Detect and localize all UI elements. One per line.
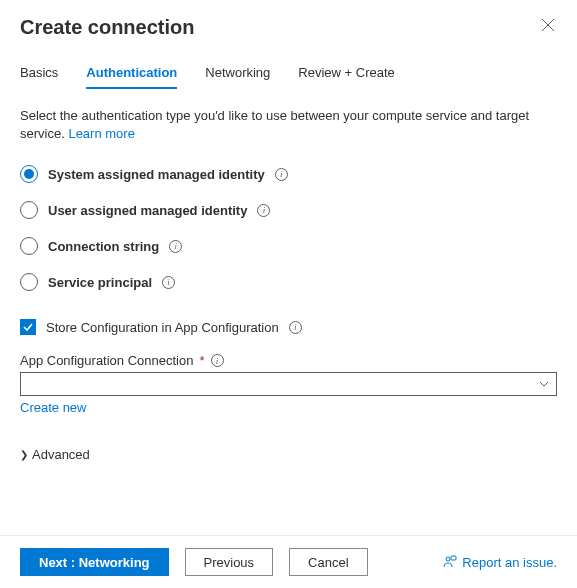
- radio-icon: [20, 165, 38, 183]
- cancel-button[interactable]: Cancel: [289, 548, 367, 576]
- svg-rect-1: [451, 556, 456, 560]
- tab-bar: Basics Authentication Networking Review …: [20, 59, 557, 89]
- info-icon[interactable]: i: [275, 168, 288, 181]
- page-title: Create connection: [20, 16, 194, 39]
- store-config-label: Store Configuration in App Configuration: [46, 320, 279, 335]
- info-icon[interactable]: i: [169, 240, 182, 253]
- advanced-label: Advanced: [32, 447, 90, 462]
- next-button[interactable]: Next : Networking: [20, 548, 169, 576]
- auth-option-label: User assigned managed identity: [48, 203, 247, 218]
- previous-button[interactable]: Previous: [185, 548, 274, 576]
- radio-icon: [20, 237, 38, 255]
- person-feedback-icon: [443, 555, 457, 569]
- auth-option-connection-string[interactable]: Connection string i: [20, 237, 557, 255]
- tab-basics[interactable]: Basics: [20, 59, 58, 88]
- radio-icon: [20, 273, 38, 291]
- tab-authentication[interactable]: Authentication: [86, 59, 177, 88]
- auth-option-service-principal[interactable]: Service principal i: [20, 273, 557, 291]
- close-button[interactable]: [539, 16, 557, 34]
- auth-option-label: Connection string: [48, 239, 159, 254]
- info-icon[interactable]: i: [257, 204, 270, 217]
- app-config-connection-select[interactable]: [20, 372, 557, 396]
- auth-option-system-identity[interactable]: System assigned managed identity i: [20, 165, 557, 183]
- tab-networking[interactable]: Networking: [205, 59, 270, 88]
- description-text: Select the authentication type you'd lik…: [20, 107, 557, 143]
- auth-option-label: Service principal: [48, 275, 152, 290]
- info-icon[interactable]: i: [162, 276, 175, 289]
- checkbox-icon: [20, 319, 36, 335]
- auth-option-user-identity[interactable]: User assigned managed identity i: [20, 201, 557, 219]
- radio-icon: [20, 201, 38, 219]
- info-icon[interactable]: i: [289, 321, 302, 334]
- svg-point-0: [446, 557, 450, 561]
- close-icon: [541, 18, 555, 32]
- tab-review-create[interactable]: Review + Create: [298, 59, 394, 88]
- required-indicator: *: [199, 353, 204, 368]
- create-new-link[interactable]: Create new: [20, 400, 86, 415]
- app-config-connection-field: App Configuration Connection * i Create …: [20, 353, 557, 415]
- advanced-toggle[interactable]: ❯ Advanced: [20, 447, 557, 462]
- store-config-checkbox-row[interactable]: Store Configuration in App Configuration…: [20, 319, 557, 335]
- report-issue-label: Report an issue.: [462, 555, 557, 570]
- auth-option-label: System assigned managed identity: [48, 167, 265, 182]
- chevron-right-icon: ❯: [20, 449, 28, 460]
- info-icon[interactable]: i: [211, 354, 224, 367]
- learn-more-link[interactable]: Learn more: [68, 126, 134, 141]
- field-label-text: App Configuration Connection: [20, 353, 193, 368]
- footer-bar: Next : Networking Previous Cancel Report…: [0, 535, 577, 588]
- report-issue-link[interactable]: Report an issue.: [443, 555, 557, 570]
- chevron-down-icon: [538, 378, 550, 390]
- auth-type-radio-group: System assigned managed identity i User …: [20, 165, 557, 291]
